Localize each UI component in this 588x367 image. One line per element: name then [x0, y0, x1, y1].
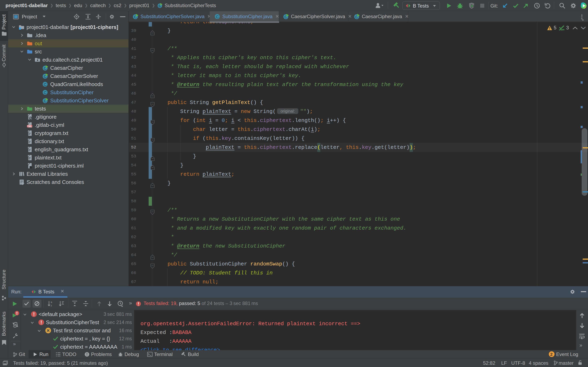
svg-text:YML: YML	[27, 125, 32, 127]
svg-text:a: a	[51, 301, 52, 304]
svg-text:z: z	[51, 304, 52, 307]
svg-text:C: C	[44, 91, 47, 95]
svg-text:C: C	[44, 82, 47, 87]
svg-text:C: C	[216, 15, 219, 19]
